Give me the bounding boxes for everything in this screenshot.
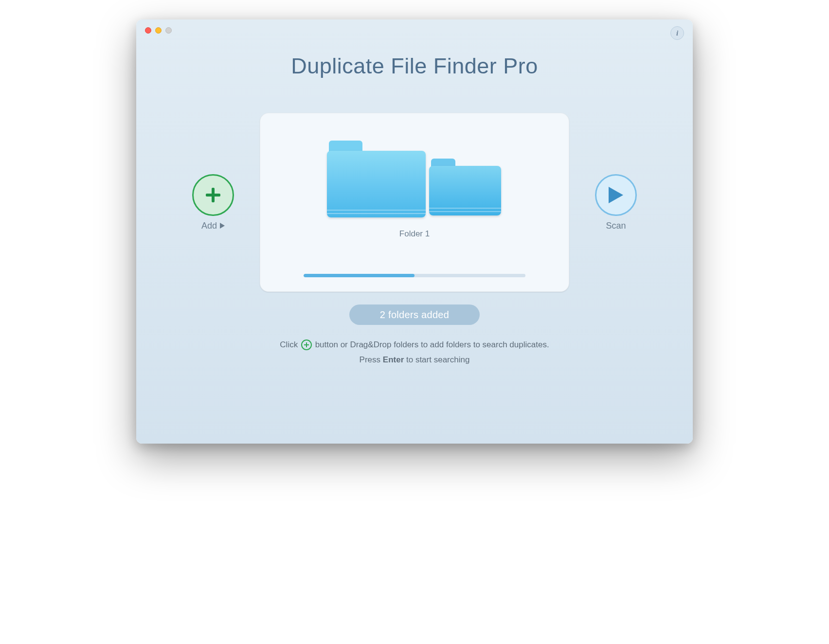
info-icon: i — [676, 29, 678, 37]
folder-icon-small — [429, 159, 501, 215]
svg-rect-5 — [304, 344, 309, 345]
add-button-label: Add — [201, 221, 217, 231]
add-label-row: Add — [201, 221, 225, 231]
close-window-button[interactable] — [145, 27, 151, 34]
status-text: 2 folders added — [380, 309, 449, 321]
scan-button[interactable] — [595, 174, 637, 216]
instructions: Click button or Drag&Drop folders to add… — [136, 338, 693, 367]
plus-icon — [203, 185, 223, 205]
folder-name-label: Folder 1 — [399, 229, 430, 239]
maximize-window-button[interactable] — [165, 27, 172, 34]
svg-marker-3 — [609, 187, 623, 203]
svg-rect-1 — [206, 194, 220, 197]
info-button[interactable]: i — [670, 26, 684, 40]
svg-marker-2 — [220, 223, 225, 229]
scan-progress-fill — [304, 274, 414, 277]
app-window: i Duplicate File Finder Pro Add — [136, 19, 693, 444]
chevron-right-icon — [220, 223, 225, 229]
folder-icon-large — [327, 141, 426, 217]
status-pill: 2 folders added — [349, 304, 480, 325]
add-column: Add — [184, 174, 242, 231]
add-button[interactable] — [192, 174, 234, 216]
inline-plus-icon — [301, 340, 312, 350]
play-icon — [608, 186, 624, 204]
app-title: Duplicate File Finder Pro — [136, 54, 693, 79]
minimize-window-button[interactable] — [155, 27, 162, 34]
instruction-line-2: Press Enter to start searching — [136, 353, 693, 368]
folder-card[interactable]: Folder 1 — [260, 113, 569, 292]
window-controls — [145, 27, 172, 34]
scan-progress-bar — [304, 274, 525, 277]
scan-column: Scan — [587, 174, 645, 231]
instruction-line-1: Click button or Drag&Drop folders to add… — [136, 338, 693, 353]
main-row: Add — [136, 113, 693, 292]
folder-illustration — [327, 132, 502, 217]
scan-button-label: Scan — [606, 221, 626, 231]
